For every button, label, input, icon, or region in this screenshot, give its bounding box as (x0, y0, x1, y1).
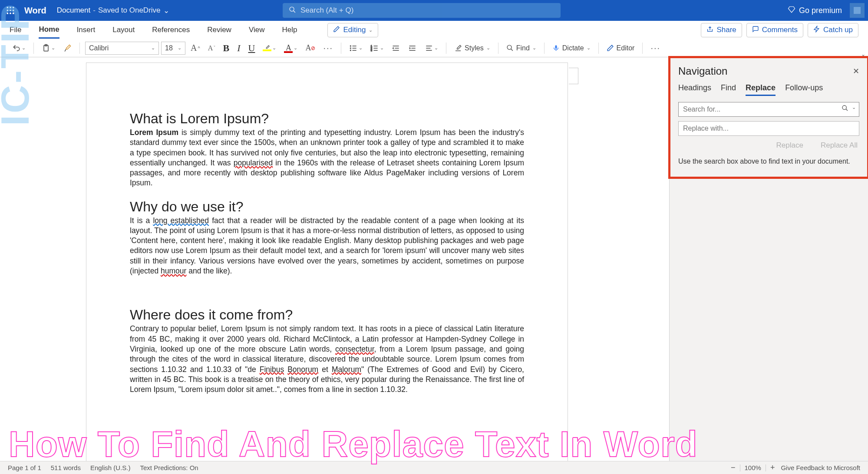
comments-button[interactable]: Comments (746, 23, 803, 37)
undo-button[interactable]: ⌄ (10, 43, 28, 54)
decrease-indent-button[interactable] (389, 43, 403, 54)
share-button[interactable]: Share (701, 23, 742, 37)
tab-file[interactable]: File (10, 22, 21, 38)
zoom-level[interactable]: 100% (745, 464, 761, 471)
svg-rect-1 (10, 7, 11, 8)
chevron-down-icon[interactable]: ⌄ (852, 105, 856, 113)
font-name-select[interactable]: Calibri⌄ (85, 42, 159, 55)
navtab-headings[interactable]: Headings (678, 83, 711, 96)
underline-button[interactable]: U (246, 41, 258, 55)
document-canvas[interactable]: What is Lorem Ipsum? Lorem Ipsum is simp… (0, 57, 669, 461)
svg-point-37 (842, 105, 846, 109)
editor-button[interactable]: Editor (604, 43, 637, 53)
paragraph-1: Lorem Ipsum is simply dummy text of the … (130, 128, 524, 188)
svg-line-38 (846, 109, 848, 111)
share-icon (706, 26, 713, 35)
more-commands[interactable]: ··· (648, 42, 663, 54)
tab-layout[interactable]: Layout (112, 22, 135, 38)
status-predictions[interactable]: Text Predictions: On (140, 464, 198, 471)
search-bar[interactable]: Search (Alt + Q) (283, 3, 561, 18)
bullets-button[interactable]: ⌄ (347, 43, 365, 54)
font-size-select[interactable]: 18⌄ (161, 42, 185, 55)
svg-rect-4 (10, 10, 11, 11)
tab-home[interactable]: Home (39, 22, 59, 39)
replace-button[interactable]: Replace (776, 141, 803, 150)
grow-font-button[interactable]: A^ (188, 42, 203, 54)
status-words[interactable]: 511 words (51, 464, 81, 471)
toolbar: ⌄ ⌄ Calibri⌄ 18⌄ A^ Aˇ B I U ⌄ A⌄ A⊘ ···… (0, 39, 868, 57)
comments-label: Comments (762, 26, 798, 34)
catchup-label: Catch up (823, 26, 853, 34)
page-edge-tab (569, 68, 578, 84)
pencil-icon (333, 26, 340, 35)
titlebar-right: Go premium (788, 3, 865, 18)
tab-view[interactable]: View (249, 22, 265, 38)
navtab-find[interactable]: Find (721, 83, 736, 96)
replace-input[interactable] (678, 121, 859, 136)
status-page[interactable]: Page 1 of 1 (8, 464, 41, 471)
tab-insert[interactable]: Insert (77, 22, 96, 38)
ribbon-tabs: File Home Insert Layout References Revie… (0, 21, 868, 39)
status-language[interactable]: English (U.S.) (90, 464, 131, 471)
workspace: What is Lorem Ipsum? Lorem Ipsum is simp… (0, 57, 868, 461)
paragraph-2: It is a long established fact that a rea… (130, 216, 524, 276)
highlight-button[interactable]: ⌄ (260, 43, 279, 53)
share-label: Share (716, 26, 736, 34)
find-button[interactable]: Find⌄ (504, 43, 539, 53)
editing-mode-button[interactable]: Editing ⌄ (327, 23, 378, 37)
search-icon[interactable] (842, 105, 848, 113)
zoom-control: − 100% + (731, 463, 775, 472)
tab-help[interactable]: Help (282, 22, 297, 38)
tab-references[interactable]: References (152, 22, 190, 38)
bold-button[interactable]: B (221, 41, 232, 55)
document-page[interactable]: What is Lorem Ipsum? Lorem Ipsum is simp… (86, 63, 568, 461)
svg-point-9 (290, 7, 294, 11)
status-feedback[interactable]: Give Feedback to Microsoft (781, 464, 860, 471)
font-size-value: 18 (165, 44, 173, 52)
paste-button[interactable]: ⌄ (39, 43, 58, 54)
tab-review[interactable]: Review (207, 22, 231, 38)
shrink-font-button[interactable]: Aˇ (205, 43, 218, 53)
format-painter-button[interactable] (60, 43, 74, 54)
search-icon (289, 6, 296, 15)
svg-line-10 (294, 10, 295, 12)
svg-point-17 (350, 50, 351, 51)
editing-label: Editing (343, 26, 366, 34)
svg-line-35 (511, 49, 512, 51)
font-color-button[interactable]: A⌄ (281, 42, 300, 54)
navtab-replace[interactable]: Replace (746, 83, 776, 96)
styles-button[interactable]: Styles⌄ (452, 43, 493, 53)
save-status: Saved to OneDrive (98, 6, 161, 15)
search-input[interactable] (678, 102, 859, 117)
zoom-out-button[interactable]: − (731, 463, 736, 472)
heading-3: Where does it come from? (130, 307, 524, 323)
clear-formatting-button[interactable]: A⊘ (303, 42, 318, 54)
dictate-button[interactable]: Dictate⌄ (550, 43, 593, 53)
go-premium-button[interactable]: Go premium (788, 6, 842, 16)
paragraph-spacer (130, 286, 524, 296)
search-placeholder: Search (Alt + Q) (300, 6, 353, 15)
navtab-followups[interactable]: Follow-ups (785, 83, 823, 96)
catchup-button[interactable]: Catch up (808, 23, 858, 37)
chevron-down-icon: ⌄ (163, 6, 169, 15)
lightning-icon (813, 26, 820, 35)
replace-all-button[interactable]: Replace All (821, 141, 858, 150)
account-avatar[interactable] (850, 3, 865, 18)
document-title[interactable]: Document - Saved to OneDrive ⌄ (57, 6, 169, 15)
styles-label: Styles (465, 44, 484, 52)
titlebar: Word Document - Saved to OneDrive ⌄ Sear… (0, 0, 868, 21)
more-font-options[interactable]: ··· (320, 42, 336, 54)
collapse-ribbon-icon[interactable]: ⌄ (861, 51, 865, 57)
premium-label: Go premium (799, 6, 842, 15)
paragraph-3: Contrary to popular belief, Lorem Ipsum … (130, 324, 524, 395)
zoom-in-button[interactable]: + (770, 463, 775, 472)
app-launcher-icon[interactable] (3, 3, 17, 17)
close-icon[interactable]: ✕ (853, 66, 859, 76)
find-label: Find (516, 44, 530, 52)
align-button[interactable]: ⌄ (422, 43, 441, 54)
italic-button[interactable]: I (234, 41, 243, 55)
increase-indent-button[interactable] (406, 43, 419, 54)
numbering-button[interactable]: 123⌄ (368, 43, 386, 54)
heading-1: What is Lorem Ipsum? (130, 111, 524, 127)
dictate-label: Dictate (562, 44, 584, 52)
